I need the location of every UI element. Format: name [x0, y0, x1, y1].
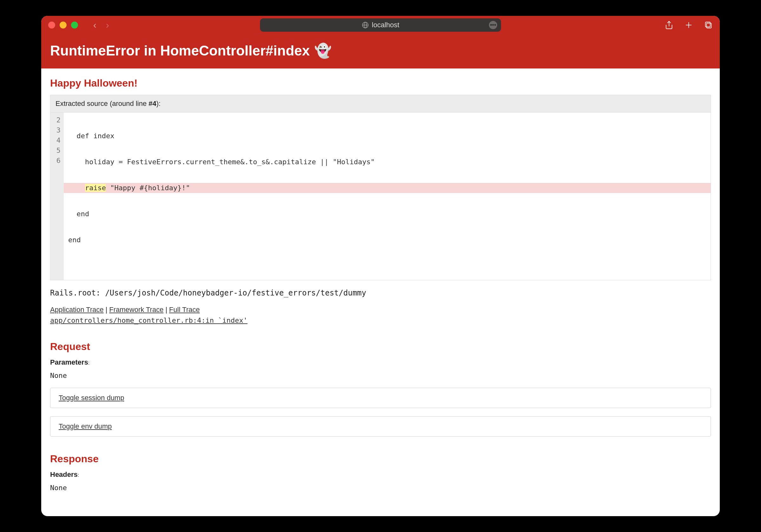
application-trace-link[interactable]: Application Trace	[50, 306, 104, 314]
tab-overview-icon[interactable]	[704, 21, 713, 30]
traffic-lights	[48, 22, 78, 29]
response-heading: Response	[50, 453, 711, 465]
line-number: 5	[54, 146, 61, 156]
parameters-label: Parameters	[50, 358, 88, 366]
titlebar: ‹ › localhost •••	[41, 16, 720, 34]
parameters-row: Parameters:	[50, 358, 711, 367]
banner-suffix: ):	[156, 99, 160, 107]
share-icon[interactable]	[665, 21, 673, 30]
source-extract-banner: Extracted source (around line #4):	[50, 95, 711, 113]
url-bar[interactable]: localhost •••	[260, 18, 501, 32]
minimize-window-button[interactable]	[60, 22, 67, 29]
svg-rect-7	[706, 22, 710, 27]
parameters-value: None	[50, 372, 711, 380]
svg-rect-6	[706, 23, 711, 28]
source-box: 2 3 4 5 6 def index holiday = FestiveErr…	[50, 113, 711, 280]
new-tab-icon[interactable]	[684, 21, 693, 30]
line-number: 3	[54, 125, 61, 135]
toggle-env-dump-link[interactable]: Toggle env dump	[59, 422, 112, 430]
toolbar-right	[665, 21, 713, 30]
line-number: 2	[54, 115, 61, 125]
toggle-env-box: Toggle env dump	[50, 416, 711, 437]
forward-button[interactable]: ›	[106, 20, 109, 30]
headers-label: Headers	[50, 470, 78, 478]
toggle-session-dump-link[interactable]: Toggle session dump	[59, 394, 124, 402]
page-content: Happy Halloween! Extracted source (aroun…	[41, 69, 720, 516]
line-number: 4	[54, 135, 61, 146]
error-header: RuntimeError in HomeController#index 👻	[41, 34, 720, 69]
line-gutter: 2 3 4 5 6	[50, 113, 64, 280]
source-line: end	[64, 235, 711, 245]
framework-trace-link[interactable]: Framework Trace	[109, 306, 163, 314]
nav-arrows: ‹ ›	[93, 20, 109, 30]
source-line: holiday = FestiveErrors.current_theme&.t…	[64, 157, 711, 167]
error-message: Happy Halloween!	[50, 77, 711, 89]
request-heading: Request	[50, 341, 711, 353]
page-settings-button[interactable]: •••	[489, 21, 497, 29]
trace-file-link[interactable]: app/controllers/home_controller.rb:4:in …	[50, 317, 248, 324]
trace-links: Application Trace|Framework Trace|Full T…	[50, 306, 711, 314]
globe-icon	[362, 22, 369, 29]
line-number: 6	[54, 156, 61, 166]
source-code: def index holiday = FestiveErrors.curren…	[64, 113, 711, 280]
toggle-session-box: Toggle session dump	[50, 388, 711, 408]
url-host: localhost	[372, 21, 399, 29]
source-line-highlight: raise "Happy #{holiday}!"	[64, 183, 711, 193]
headers-row: Headers:	[50, 470, 711, 479]
full-trace-link[interactable]: Full Trace	[169, 306, 200, 314]
ghost-icon: 👻	[314, 42, 332, 59]
source-line: def index	[64, 131, 711, 141]
rails-root: Rails.root: /Users/josh/Code/honeybadger…	[50, 288, 711, 297]
close-window-button[interactable]	[48, 22, 55, 29]
banner-prefix: Extracted source (around line	[55, 99, 149, 107]
raise-keyword: raise	[85, 184, 106, 192]
maximize-window-button[interactable]	[71, 22, 78, 29]
banner-line: #4	[149, 99, 156, 107]
error-title: RuntimeError in HomeController#index	[50, 43, 310, 59]
browser-window: ‹ › localhost •••	[41, 16, 720, 516]
headers-value: None	[50, 484, 711, 492]
source-line: end	[64, 209, 711, 219]
trace-file: app/controllers/home_controller.rb:4:in …	[50, 317, 711, 324]
back-button[interactable]: ‹	[93, 20, 96, 30]
